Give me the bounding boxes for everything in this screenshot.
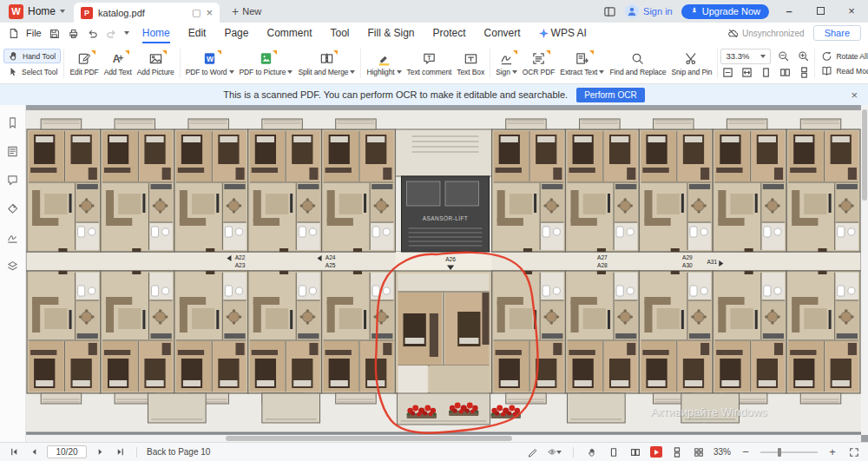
extract-text-button[interactable]: Extract Text [557,45,607,82]
vertical-scrollbar[interactable] [861,105,868,435]
hand-tool-button[interactable]: Hand Tool [3,49,61,63]
app-home-button[interactable]: W Home [0,0,74,23]
file-menu-button[interactable] [7,27,20,40]
tab-tool[interactable]: Tool [329,24,350,42]
minimize-button[interactable]: – [778,0,800,23]
two-page-icon[interactable] [778,66,792,79]
zoom-select[interactable]: 33.3% [720,49,771,64]
previous-page-button[interactable] [27,445,41,459]
save-icon[interactable] [48,27,61,40]
last-page-button[interactable] [113,445,127,459]
comment-icon[interactable] [4,171,22,188]
find-and-replace-button[interactable]: Find and Replace [607,45,668,82]
undo-icon[interactable] [86,27,99,40]
zoom-in-button[interactable]: + [825,445,839,459]
single-page-icon[interactable] [607,445,621,459]
annotate-pen-icon[interactable] [526,445,540,459]
file-menu-label[interactable]: File [26,28,42,38]
layers-icon[interactable] [4,257,22,274]
add-text-button[interactable]: A Add Text [102,45,135,82]
next-page-button[interactable] [93,445,107,459]
tab-protect[interactable]: Protect [432,24,467,42]
tab-fill-sign[interactable]: Fill & Sign [367,24,416,42]
pdf-page-canvas[interactable]: ASANSÖR-LİFT [26,105,861,435]
add-picture-button[interactable]: Add Picture [135,45,177,82]
unit-label: A30 [682,262,693,268]
split-and-merge-button[interactable]: Split and Merge [295,45,358,82]
extract-text-icon [575,51,590,67]
redo-icon[interactable] [105,27,118,40]
share-button[interactable]: Share [813,25,861,41]
zoom-slider-thumb[interactable] [778,448,781,457]
find-and-replace-label: Find and Replace [609,68,666,76]
close-button[interactable]: × [840,0,863,23]
text-box-button[interactable]: Text Box [454,45,487,82]
ocr-pdf-label: OCR PDF [523,68,556,76]
ocr-pdf-button[interactable]: OCR PDF [520,45,558,82]
sign-button[interactable]: Sign [493,45,520,82]
single-page-icon[interactable] [759,66,773,79]
document-tab[interactable]: P katalog.pdf ▢ × [74,3,220,23]
upgrade-button[interactable]: Upgrade Now [681,4,769,19]
text-comment-button[interactable]: T Text comment [404,45,455,82]
maximize-button[interactable] [809,0,832,23]
tag-icon[interactable] [4,200,22,217]
pdf-to-word-button[interactable]: W PDF to Word [183,45,237,82]
tab-edit[interactable]: Edit [187,24,207,42]
ocr-notification-bar: This is a scanned PDF. You can perform O… [0,84,868,105]
tab-comment[interactable]: Comment [266,24,312,42]
pdf-to-picture-button[interactable]: PDF to Picture [237,45,296,82]
quickbar-chevron-icon[interactable] [124,31,129,35]
new-tab-button[interactable]: + New [232,5,261,17]
continuous-scroll-icon[interactable] [797,66,812,79]
read-mode-button[interactable]: Read Mode [818,64,868,77]
zoom-in-icon[interactable] [795,49,811,64]
chevron-down-icon [760,55,766,58]
tab-close-icon[interactable]: × [206,7,213,18]
page-indicator[interactable]: 10/20 [47,445,87,458]
zoom-out-icon[interactable] [775,49,791,64]
hand-pan-icon[interactable] [585,445,599,459]
zoom-out-button[interactable]: − [739,445,753,459]
select-tool-button[interactable]: Select Tool [3,65,61,78]
vertical-scroll-thumb[interactable] [862,109,867,201]
two-page-icon[interactable] [628,445,642,459]
new-label: New [242,6,261,16]
print-icon[interactable] [67,27,80,40]
zoom-slider[interactable] [760,451,818,453]
sign-in-button[interactable]: Sign in [625,4,673,18]
tab-home[interactable]: Home [141,24,171,42]
unit-label: A23 [235,262,246,268]
statusbar: 10/20 Back to Page 10 33% − + [0,442,868,461]
thumbnails-icon[interactable] [4,142,22,160]
cloud-off-icon [727,28,739,39]
play-button[interactable] [650,446,662,458]
fit-page-icon[interactable] [720,66,735,79]
continuous-scroll-icon[interactable] [670,445,684,459]
horizontal-scroll-thumb[interactable] [226,436,512,441]
workspace-icon[interactable] [603,5,616,18]
plus-icon: + [232,5,239,17]
grid-view-icon[interactable] [692,445,706,459]
fit-width-icon[interactable] [740,66,754,79]
find-and-replace-icon [630,51,646,67]
edit-pdf-button[interactable]: Edit PDF [67,45,101,82]
highlight-button[interactable]: Highlight [364,45,404,82]
horizontal-scrollbar[interactable] [26,435,861,442]
view-mode-icon[interactable] [548,445,562,459]
perform-ocr-button[interactable]: Perform OCR [576,88,645,102]
notification-close-icon[interactable]: × [851,89,858,102]
bookmark-icon[interactable] [4,114,22,131]
tab-wps-ai[interactable]: WPS AI [538,24,588,42]
tab-page[interactable]: Page [223,24,249,42]
document-area: ASANSÖR-LİFT [26,105,868,442]
signature-icon[interactable] [4,228,22,246]
back-to-page-button[interactable]: Back to Page 10 [147,447,210,457]
first-page-button[interactable] [7,445,21,459]
tab-detach-icon[interactable]: ▢ [192,8,201,17]
rotate-all-pages-button[interactable]: Rotate All Pages [818,49,868,63]
home-label: Home [28,5,56,17]
fit-screen-icon[interactable] [847,445,861,459]
tab-convert[interactable]: Convert [483,24,522,42]
snip-and-pin-button[interactable]: Snip and Pin [668,45,714,82]
